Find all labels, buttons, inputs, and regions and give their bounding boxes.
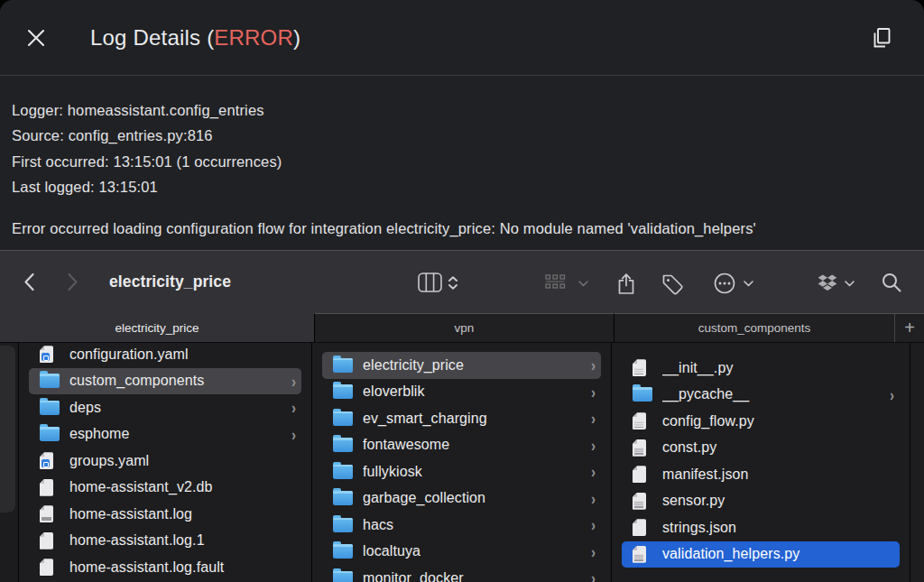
file-row[interactable]: __pycache__ ›	[622, 382, 900, 409]
back-icon[interactable]	[23, 273, 35, 291]
document-icon	[633, 493, 646, 510]
file-row[interactable]: localtuya ›	[322, 539, 601, 566]
file-icon	[40, 374, 61, 388]
screen: Log Details (ERROR) Logger: homeassistan…	[0, 0, 924, 582]
dialog-header: Log Details (ERROR)	[0, 0, 924, 76]
file-icon	[633, 546, 654, 563]
file-row[interactable]: custom_components ›	[29, 368, 301, 395]
tag-icon[interactable]	[661, 273, 684, 295]
file-row[interactable]: home-assistant.log.fault ›	[29, 554, 301, 581]
search-icon[interactable]	[881, 272, 902, 293]
chevron-right-icon: ›	[585, 462, 596, 481]
document-icon	[633, 519, 646, 536]
document-icon	[633, 412, 646, 430]
file-name: const.py	[662, 439, 883, 456]
folder-icon	[40, 374, 60, 388]
file-icon	[40, 452, 61, 469]
finder-tab-bar: electricity_price vpn custom_components …	[0, 313, 924, 343]
file-icon	[40, 427, 61, 441]
file-row[interactable]: eloverblik ›	[322, 379, 601, 406]
forward-icon[interactable]	[67, 273, 79, 291]
file-name: __pycache__	[662, 386, 883, 402]
finder-title: electricity_price	[109, 251, 231, 313]
file-name: fullykiosk	[363, 464, 585, 480]
finder-columns: configuration.yaml › custom_components ›…	[0, 343, 924, 582]
file-row[interactable]: manifest.json ›	[622, 461, 900, 488]
file-icon	[333, 465, 355, 479]
tab-custom-components[interactable]: custom_components	[614, 313, 894, 342]
file-name: home-assistant.log	[69, 506, 285, 522]
file-icon	[333, 438, 355, 452]
chevron-right-icon: ›	[585, 383, 596, 402]
file-row[interactable]: __init__.py ›	[622, 355, 900, 382]
file-row[interactable]: garbage_collection ›	[322, 485, 601, 513]
column-custom-components: electricity_price › eloverblik › ev_smar…	[312, 343, 612, 582]
file-row[interactable]: home-assistant.log.1 ›	[29, 528, 301, 555]
folder-icon	[633, 387, 652, 402]
dropbox-icon[interactable]	[817, 273, 838, 293]
file-icon	[633, 519, 654, 536]
folder-icon	[333, 544, 353, 559]
document-icon	[633, 466, 646, 483]
view-updown-chevrons-icon[interactable]	[448, 276, 458, 290]
file-icon	[333, 384, 355, 399]
document-icon	[40, 559, 53, 576]
file-name: home-assistant_v2.db	[69, 479, 285, 495]
share-icon[interactable]	[614, 271, 638, 295]
group-by-icon[interactable]	[545, 274, 568, 291]
file-icon	[633, 493, 654, 510]
file-row[interactable]: sensor.py ›	[622, 488, 900, 515]
more-actions-chevron-icon[interactable]	[744, 281, 753, 287]
file-icon	[633, 439, 654, 457]
folder-icon	[333, 491, 353, 505]
file-row[interactable]: home-assistant_v2.db ›	[29, 475, 301, 502]
file-row[interactable]: fullykiosk ›	[322, 458, 601, 485]
file-row[interactable]: groups.yaml ›	[29, 448, 301, 475]
chevron-right-icon: ›	[585, 568, 596, 582]
file-name: electricity_price	[363, 357, 585, 374]
file-icon	[633, 466, 654, 483]
dropbox-chevron-icon[interactable]	[845, 281, 855, 287]
file-row[interactable]: monitor_docker ›	[322, 565, 601, 582]
close-icon[interactable]	[22, 23, 51, 52]
more-actions-icon[interactable]	[714, 273, 735, 294]
file-row[interactable]: validation_helpers.py ›	[622, 541, 900, 568]
chevron-right-icon: ›	[883, 385, 894, 404]
file-icon	[333, 544, 355, 559]
chevron-right-icon: ›	[285, 425, 296, 444]
page-title: Log Details (ERROR)	[90, 25, 300, 51]
file-icon	[40, 559, 61, 576]
copy-icon[interactable]	[868, 24, 895, 51]
file-row[interactable]: fontawesome ›	[322, 432, 601, 459]
file-row[interactable]: strings.json ›	[622, 514, 900, 541]
file-row[interactable]: esphome ›	[29, 421, 301, 448]
folder-icon	[333, 438, 353, 452]
file-row[interactable]: configuration.yaml ›	[29, 343, 301, 368]
scrollbar-thumb[interactable]	[0, 346, 15, 513]
column-view-icon[interactable]	[418, 273, 442, 292]
file-row[interactable]: home-assistant.log ›	[29, 501, 301, 528]
tab-vpn[interactable]: vpn	[314, 313, 614, 342]
log-meta: Logger: homeassistant.config_entries Sou…	[0, 76, 924, 199]
file-name: sensor.py	[662, 493, 883, 509]
file-name: esphome	[69, 426, 285, 442]
tab-electricity-price[interactable]: electricity_price	[0, 313, 314, 342]
column-config-root: configuration.yaml › custom_components ›…	[19, 343, 312, 582]
file-name: localtuya	[363, 543, 585, 559]
document-icon	[633, 439, 646, 457]
file-row[interactable]: deps ›	[29, 394, 301, 421]
file-row[interactable]: hacs ›	[322, 512, 601, 539]
chevron-right-icon: ›	[585, 409, 596, 428]
file-row[interactable]: const.py ›	[622, 435, 900, 462]
file-row[interactable]: electricity_price ›	[322, 352, 601, 379]
file-icon	[333, 571, 355, 582]
group-by-chevron-icon[interactable]	[578, 281, 588, 287]
file-icon	[333, 411, 355, 426]
file-row[interactable]: config_flow.py ›	[622, 408, 900, 435]
previous-column-edge	[0, 343, 19, 582]
chevron-right-icon: ›	[285, 398, 296, 417]
file-row[interactable]: ev_smart_charging ›	[322, 405, 601, 432]
new-tab-button[interactable]: +	[894, 313, 924, 342]
file-name: manifest.json	[662, 467, 883, 483]
file-icon	[40, 505, 61, 522]
